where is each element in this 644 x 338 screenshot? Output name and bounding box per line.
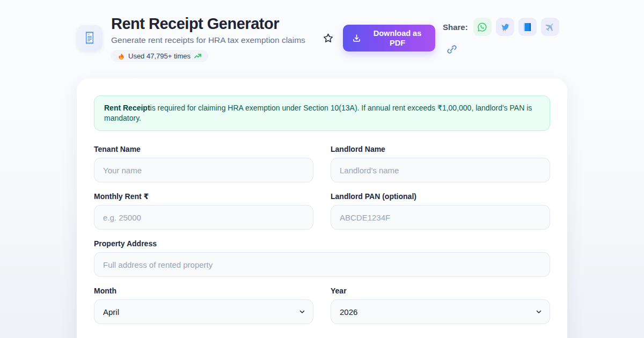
field-month: Month April xyxy=(94,286,313,324)
monthly-rent-label: Monthly Rent ₹ xyxy=(94,192,313,201)
share-twitter-button[interactable] xyxy=(496,18,514,36)
month-select[interactable]: April xyxy=(94,299,313,324)
app-icon-tile xyxy=(77,25,103,51)
favorite-button[interactable] xyxy=(321,31,335,46)
month-select-wrap: April xyxy=(94,299,313,324)
share-label: Share: xyxy=(443,23,468,32)
paper-plane-icon xyxy=(544,21,555,33)
brand-text: Rent Receipt Generator Generate rent rec… xyxy=(111,14,305,62)
share-facebook-button[interactable] xyxy=(518,18,537,36)
usage-badge: Used 47,795+ times xyxy=(111,50,208,62)
copy-link-button[interactable] xyxy=(443,40,461,58)
share-bar: Share: xyxy=(443,18,567,58)
download-button-label: Download as PDF xyxy=(367,28,428,48)
usage-badge-text: Used 47,795+ times xyxy=(128,52,191,60)
field-landlord-pan: Landlord PAN (optional) xyxy=(331,192,550,230)
hra-info-notice: Rent Receiptis required for claiming HRA… xyxy=(94,95,550,131)
month-label: Month xyxy=(94,286,313,295)
brand: Rent Receipt Generator Generate rent rec… xyxy=(77,14,305,62)
share-telegram-button[interactable] xyxy=(541,18,559,36)
field-tenant-name: Tenant Name xyxy=(94,145,313,182)
landlord-name-input[interactable] xyxy=(331,158,550,182)
field-landlord-name: Landlord Name xyxy=(331,145,550,182)
field-year: Year 2026 xyxy=(331,286,550,324)
monthly-rent-input[interactable] xyxy=(94,205,313,230)
year-select-wrap: 2026 xyxy=(331,299,550,324)
form-card: Rent Receiptis required for claiming HRA… xyxy=(77,78,567,338)
header-actions: Download as PDF Share: xyxy=(321,18,567,58)
page-title: Rent Receipt Generator xyxy=(111,14,305,33)
field-monthly-rent: Monthly Rent ₹ xyxy=(94,192,313,230)
download-pdf-button[interactable]: Download as PDF xyxy=(343,25,435,52)
fire-icon xyxy=(118,53,125,60)
blue-book-icon xyxy=(522,21,533,33)
form-grid-period: Month April Year 2026 xyxy=(94,286,550,324)
twitter-bird-icon xyxy=(499,21,510,33)
landlord-pan-label: Landlord PAN (optional) xyxy=(331,192,550,201)
whatsapp-icon xyxy=(477,21,488,33)
year-label: Year xyxy=(331,286,550,295)
share-whatsapp-button[interactable] xyxy=(473,18,492,36)
page: Rent Receipt Generator Generate rent rec… xyxy=(0,0,644,338)
tenant-name-label: Tenant Name xyxy=(94,145,313,153)
header: Rent Receipt Generator Generate rent rec… xyxy=(77,0,567,62)
landlord-pan-input[interactable] xyxy=(331,205,550,230)
property-address-input[interactable] xyxy=(94,252,550,277)
year-select[interactable]: 2026 xyxy=(331,299,550,324)
receipt-icon xyxy=(82,30,98,46)
field-property-address: Property Address xyxy=(94,239,550,277)
landlord-name-label: Landlord Name xyxy=(331,145,550,153)
form-grid-top: Tenant Name Landlord Name Monthly Rent ₹… xyxy=(94,145,550,230)
tenant-name-input[interactable] xyxy=(94,158,313,182)
trending-up-icon xyxy=(194,52,202,60)
download-icon xyxy=(352,33,362,43)
notice-text: is required for claiming HRA exemption u… xyxy=(104,104,532,122)
star-outline-icon xyxy=(322,32,334,45)
notice-highlight: Rent Receipt xyxy=(104,104,150,112)
page-subtitle: Generate rent receipts for HRA tax exemp… xyxy=(111,34,305,46)
property-address-label: Property Address xyxy=(94,239,550,248)
link-icon xyxy=(446,43,458,55)
